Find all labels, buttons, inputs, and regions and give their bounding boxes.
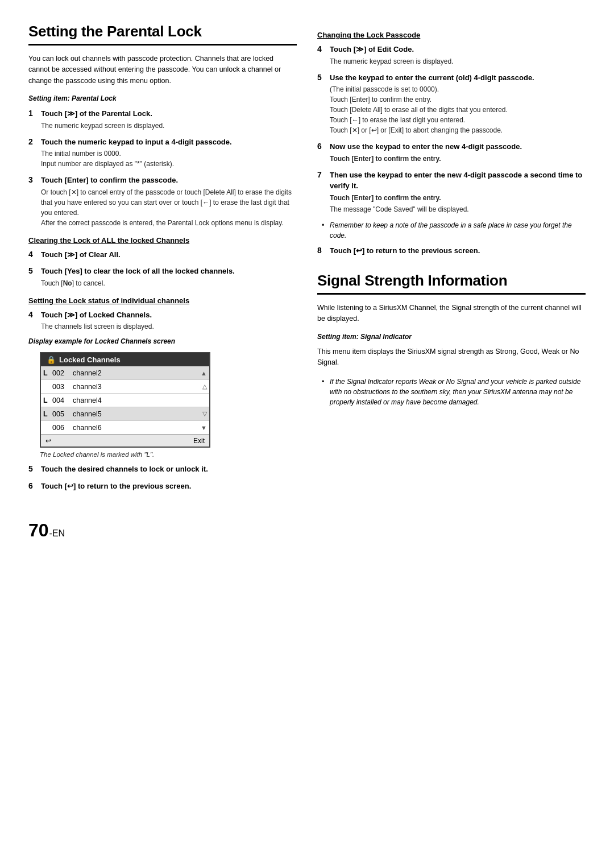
step-7-change-bold: Then use the keypad to enter the new 4-d… [330,170,586,192]
screen-row: L 005 channel5 ▽ [41,407,209,421]
individual-heading: Setting the Lock status of individual ch… [28,296,297,305]
intro-paragraph: You can lock out channels with passcode … [28,53,297,86]
step-4-clear-content: Touch [≫] of Clear All. [41,249,297,261]
step-3-content: Touch [Enter] to confirm the passcode. O… [41,175,297,228]
screen-footer: ↩ Exit [41,435,209,447]
step-num-4-indiv: 4 [28,310,38,319]
lock-badge-5 [43,424,52,432]
step-1-content: Touch [≫] of the Parental Lock. The nume… [41,108,297,131]
exit-button[interactable]: Exit [193,437,205,445]
step-7-change-sub2: The message "Code Saved" will be display… [330,204,586,214]
clear-all-heading: Clearing the Lock of ALL the locked Chan… [28,236,297,245]
step-4-change-bold: Touch [≫] of Edit Code. [330,44,586,55]
step-1-bold: Touch [≫] of the Parental Lock. [41,108,297,119]
step-4-indiv-sub: The channels list screen is displayed. [41,321,297,332]
step-6-post-bold: Touch [↩] to return to the previous scre… [41,481,297,492]
passcode-reminder: Remember to keep a note of the passcode … [322,220,586,241]
step-2: 2 Touch the numeric keypad to input a 4-… [28,137,297,170]
step-6-post-content: Touch [↩] to return to the previous scre… [41,481,297,492]
ch-name-1: channel2 [73,369,201,377]
step-num-3: 3 [28,175,38,184]
step-4-individual: 4 Touch [≫] of Locked Channels. The chan… [28,309,297,332]
step-5-post-bold: Touch the desired channels to lock or un… [41,464,297,475]
step-4-clear: 4 Touch [≫] of Clear All. [28,249,297,261]
step-5-clear-bold: Touch [Yes] to clear the lock of all the… [41,266,297,277]
step-1: 1 Touch [≫] of the Parental Lock. The nu… [28,108,297,131]
step-num-6-post: 6 [28,481,38,490]
setting-item-label: Setting item: Parental Lock [28,94,297,102]
right-column: Changing the Lock Passcode 4 Touch [≫] o… [317,23,586,497]
ch-name-2: channel3 [73,383,202,391]
step-num-4-clear: 4 [28,250,38,259]
step-8-change: 8 Touch [↩] to return to the previous sc… [317,245,586,257]
step-num-7-change: 7 [317,170,326,179]
ch-name-4: channel5 [73,410,202,418]
screen-row: 006 channel6 ▼ [41,421,209,435]
left-column: Setting the Parental Lock You can lock o… [28,23,297,497]
step-7-change-content: Then use the keypad to enter the new 4-d… [330,170,586,214]
lock-badge-3: L [43,396,52,404]
step-3: 3 Touch [Enter] to confirm the passcode.… [28,175,297,228]
step-4-indiv-content: Touch [≫] of Locked Channels. The channe… [41,309,297,332]
ch-name-5: channel6 [73,424,201,432]
step-5-post-content: Touch the desired channels to lock or un… [41,464,297,475]
step-8-change-content: Touch [↩] to return to the previous scre… [330,245,586,257]
step-num-5-post: 5 [28,464,38,473]
ch-num-4: 005 [52,410,73,418]
step-num-4-change: 4 [317,44,326,53]
ch-num-3: 004 [52,396,73,404]
screen-row: 003 channel3 △ [41,380,209,394]
ch-num-2: 003 [52,383,73,391]
step-7-change-sub1: Touch [Enter] to confirm the entry. [330,193,586,203]
step-5-change-bold: Use the keypad to enter the current (old… [330,72,586,84]
signal-intro: While listening to a SiriusXM Channel, t… [317,303,586,325]
step-6-change-content: Now use the keypad to enter the new 4-di… [330,141,586,164]
step-5-post: 5 Touch the desired channels to lock or … [28,464,297,475]
step-4-clear-bold: Touch [≫] of Clear All. [41,249,297,261]
step-num-5-change: 5 [317,73,326,82]
step-6-change-sub: Touch [Enter] to confirm the entry. [330,154,586,164]
ch-name-3: channel4 [73,396,207,404]
step-2-bold: Touch the numeric keypad to input a 4-di… [41,137,297,148]
screen-row: L 004 channel4 [41,394,209,407]
lock-badge-2 [43,383,52,391]
step-7-change: 7 Then use the keypad to enter the new 4… [317,170,586,214]
screen-row: L 002 channel2 ▲ [41,366,209,380]
step-5-change: 5 Use the keypad to enter the current (o… [317,72,586,136]
step-num-2: 2 [28,137,38,146]
lock-icon: 🔒 [47,356,56,364]
signal-bullet: If the Signal Indicator reports Weak or … [322,377,586,407]
step-2-sub: The initial number is 0000.Input number … [41,148,297,169]
scroll-up-empty-icon: △ [202,383,207,390]
step-num-1: 1 [28,109,38,118]
signal-section-title: Signal Strength Information [317,272,586,295]
scroll-down-empty-icon: ▽ [202,410,207,418]
step-4-change-content: Touch [≫] of Edit Code. The numeric keyp… [330,44,586,67]
step-4-change-sub: The numeric keypad screen is displayed. [330,56,586,67]
signal-description: This menu item displays the SiriusXM sig… [317,346,586,369]
ch-num-1: 002 [52,369,73,377]
screen-note: The Locked channel is marked with "L". [40,451,297,458]
step-1-sub: The numeric keypad screen is displayed. [41,121,297,131]
scroll-up-icon: ▲ [201,370,207,377]
step-4-indiv-bold: Touch [≫] of Locked Channels. [41,309,297,321]
ch-num-5: 006 [52,424,73,432]
step-5-change-sub: (The initial passcode is set to 0000). T… [330,84,586,135]
step-3-sub: Or touch [✕] to cancel entry of the pass… [41,187,297,228]
step-5-change-content: Use the keypad to enter the current (old… [330,72,586,136]
step-8-change-bold: Touch [↩] to return to the previous scre… [330,245,586,257]
step-num-8-change: 8 [317,246,326,255]
page-title: Setting the Parental Lock [28,23,297,46]
step-4-change: 4 Touch [≫] of Edit Code. The numeric ke… [317,44,586,67]
step-2-content: Touch the numeric keypad to input a 4-di… [41,137,297,170]
screen-caption: Display example for Locked Channels scre… [28,337,297,345]
scroll-down-icon: ▼ [201,424,207,431]
locked-channels-screen: 🔒 Locked Channels L 002 channel2 ▲ 003 c… [40,352,210,448]
change-passcode-heading: Changing the Lock Passcode [317,31,586,39]
step-num-6-change: 6 [317,142,326,151]
step-5-clear: 5 Touch [Yes] to clear the lock of all t… [28,266,297,288]
lock-badge-1: L [43,369,52,377]
screen-title: Locked Channels [59,356,121,364]
back-button[interactable]: ↩ [45,437,51,445]
page-number: 70-EN [28,520,586,541]
